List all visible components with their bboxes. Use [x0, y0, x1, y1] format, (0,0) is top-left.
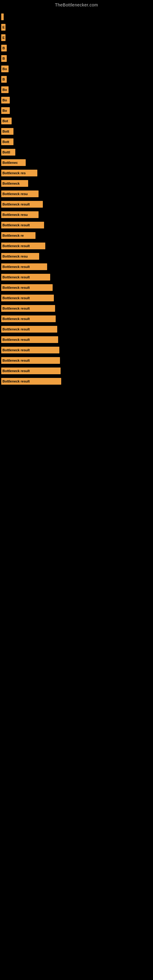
bar-label: E — [1, 34, 5, 41]
bar-label: Bottleneck — [1, 180, 28, 187]
bars-container: EEBBBoBBoBoBoBotBottBottBottlBottlenecBo… — [0, 9, 153, 387]
bar-label: Bottlenec — [1, 159, 26, 166]
bar-label: Bottleneck result — [1, 274, 50, 280]
bar-label: Bot — [1, 118, 12, 124]
bar-row: Bott — [0, 137, 153, 147]
bar-row: Bottleneck result — [0, 293, 153, 303]
bar-label: Bottleneck result — [1, 263, 47, 270]
bar-label: B — [1, 76, 7, 83]
bar-label — [1, 13, 4, 20]
bar-row: Bottleneck result — [0, 199, 153, 210]
bar-row: Bottleneck re — [0, 230, 153, 241]
bar-row: Bottleneck result — [0, 313, 153, 324]
bar-row: Bottl — [0, 147, 153, 158]
bar-label: B — [1, 55, 7, 62]
bar-label: Bott — [1, 128, 13, 135]
bar-row: Bo — [0, 95, 153, 105]
bar-row: Bottleneck — [0, 178, 153, 189]
bar-row: Bottleneck result — [0, 220, 153, 230]
bar-label: Bottleneck resu — [1, 211, 38, 218]
bar-row: B — [0, 43, 153, 53]
bar-label: Bottl — [1, 149, 15, 156]
bar-row: Bo — [0, 64, 153, 74]
bar-row: Bottleneck resu — [0, 251, 153, 261]
bar-label: Bottleneck result — [1, 336, 58, 343]
bar-row: Bottleneck result — [0, 303, 153, 313]
bar-row: Bottleneck result — [0, 345, 153, 355]
bar-label: Bo — [1, 97, 10, 103]
bar-row: Bottlenec — [0, 158, 153, 168]
bar-label: Bottleneck result — [1, 357, 60, 364]
bar-label: Bottleneck result — [1, 305, 55, 312]
bar-label: Bottleneck result — [1, 284, 53, 291]
bar-row: Bottleneck result — [0, 261, 153, 272]
bar-label: Bo — [1, 65, 9, 72]
bar-label: Bottleneck result — [1, 368, 61, 374]
bar-row: Bottleneck result — [0, 366, 153, 376]
bar-label: E — [1, 24, 5, 30]
bar-row: Bottleneck resu — [0, 189, 153, 199]
bar-label: Bo — [1, 107, 10, 114]
bar-label: Bott — [1, 138, 13, 145]
bar-row: Bot — [0, 116, 153, 126]
bar-row: Bottleneck result — [0, 355, 153, 366]
bar-row: Bottleneck result — [0, 241, 153, 251]
bar-row: E — [0, 22, 153, 32]
bar-label: Bo — [1, 86, 9, 93]
bar-row: Bottleneck result — [0, 334, 153, 345]
bar-row — [0, 12, 153, 22]
site-title: TheBottlenecker.com — [0, 0, 153, 9]
bar-label: Bottleneck resu — [1, 253, 39, 260]
bar-row: Bottleneck result — [0, 376, 153, 387]
bar-row: Bottleneck res — [0, 168, 153, 178]
bar-row: Bo — [0, 84, 153, 95]
bar-row: B — [0, 74, 153, 84]
bar-label: Bottleneck result — [1, 294, 54, 301]
bar-label: Bottleneck result — [1, 347, 59, 353]
bar-label: Bottleneck result — [1, 201, 43, 208]
bar-label: Bottleneck result — [1, 326, 57, 332]
bar-label: B — [1, 45, 7, 51]
bar-row: Bottleneck result — [0, 272, 153, 282]
bar-label: Bottleneck resu — [1, 191, 38, 197]
bar-row: Bo — [0, 105, 153, 116]
bar-row: Bott — [0, 126, 153, 137]
bar-row: E — [0, 32, 153, 43]
bar-row: Bottleneck result — [0, 324, 153, 334]
bar-label: Bottleneck res — [1, 170, 37, 177]
bar-label: Bottleneck result — [1, 243, 45, 249]
bar-label: Bottleneck result — [1, 378, 61, 385]
bar-label: Bottleneck result — [1, 222, 44, 229]
bar-row: Bottleneck result — [0, 282, 153, 293]
bar-label: Bottleneck re — [1, 232, 35, 239]
bar-label: Bottleneck result — [1, 315, 56, 322]
bar-row: Bottleneck resu — [0, 210, 153, 220]
bar-row: B — [0, 53, 153, 64]
